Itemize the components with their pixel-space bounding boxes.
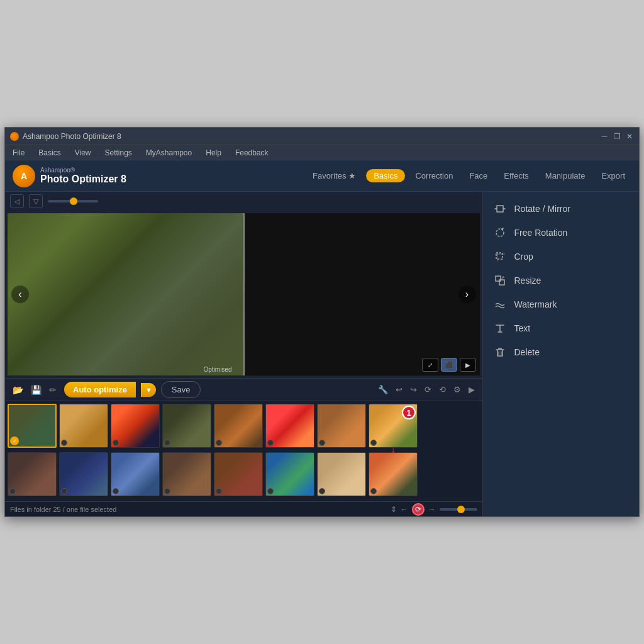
undo-icon[interactable]: ↩ [393, 384, 405, 396]
status-back-icon[interactable]: ← [401, 505, 408, 514]
thumbnail-7[interactable] [317, 404, 366, 448]
auto-optimize-button[interactable]: Auto optimize [64, 382, 136, 397]
rotate-icon[interactable]: ⟳ [422, 384, 434, 396]
panel-label-rotate-mirror: Rotate / Mirror [514, 204, 570, 214]
status-expand-icon[interactable]: ⇕ [391, 505, 397, 514]
thumbnail-8-wrapper: 1 ↓ [369, 404, 418, 451]
menu-settings[interactable]: Settings [102, 147, 134, 158]
status-refresh-icon[interactable]: ⟳ [412, 503, 425, 516]
badge-1: 1 [402, 406, 416, 419]
menu-view[interactable]: View [72, 147, 94, 158]
minimize-button[interactable]: ─ [600, 132, 609, 141]
menu-bar: File Basics View Settings MyAshampoo Hel… [5, 145, 639, 160]
photo-divider [243, 213, 245, 375]
toolbar-right: 🔧 ↩ ↪ ⟳ ⟲ ⚙ ▶ [375, 384, 477, 396]
thumbnail-2[interactable] [59, 404, 108, 448]
menu-feedback[interactable]: Feedback [233, 147, 271, 158]
action-toolbar: 📂 💾 ✏ Auto optimize ▼ Save 🔧 ↩ ↪ ⟳ ⟲ ⚙ ▶ [5, 378, 482, 401]
photo-controls-overlay: ⤢ ⬛ ▶ [422, 358, 476, 372]
menu-file[interactable]: File [10, 147, 27, 158]
thumbnail-strip: ✓ [5, 401, 482, 501]
thumb-dot-15 [319, 488, 325, 494]
panel-item-text[interactable]: Text [483, 316, 640, 340]
brand-logo: A [13, 165, 35, 187]
nav-tabs: Favorites ★ Basics Correction Face Effec… [306, 169, 631, 183]
tab-face[interactable]: Face [463, 169, 494, 183]
thumbnail-9[interactable] [8, 452, 57, 496]
tab-export[interactable]: Export [595, 169, 631, 183]
panel-item-watermark[interactable]: Watermark [483, 292, 640, 316]
thumbnail-4[interactable] [162, 404, 211, 448]
thumb-check-1: ✓ [10, 436, 19, 445]
photo-container: Original Optimised [8, 213, 480, 375]
menu-myashampoo[interactable]: MyAshampoo [143, 147, 194, 158]
prev-photo-button[interactable]: ‹ [11, 286, 29, 303]
brand-area: A Ashampoo® Photo Optimizer 8 [13, 165, 306, 187]
thumbnail-6[interactable] [265, 404, 314, 448]
tab-manipulate[interactable]: Manipulate [539, 169, 592, 183]
view-controls: ◁ ▽ [5, 192, 482, 211]
nav-down-icon[interactable]: ▽ [29, 194, 43, 208]
panel-item-resize[interactable]: Resize [483, 269, 640, 292]
red-arrow-indicator: ↓ [390, 441, 396, 456]
right-panel: Rotate / Mirror Free Rotation [482, 192, 640, 516]
save-button[interactable]: Save [161, 381, 201, 398]
tab-favorites[interactable]: Favorites ★ [306, 169, 362, 183]
top-nav: A Ashampoo® Photo Optimizer 8 Favorites … [5, 160, 639, 192]
panel-item-crop[interactable]: Crop [483, 245, 640, 269]
thumb-dot-11 [113, 488, 119, 494]
thumbnail-16[interactable] [369, 452, 418, 496]
thumbnail-13[interactable] [214, 452, 263, 496]
brush-icon[interactable]: ✏ [47, 384, 59, 396]
nav-left-icon[interactable]: ◁ [10, 194, 24, 208]
menu-basics[interactable]: Basics [36, 147, 63, 158]
thumbnail-10[interactable] [59, 452, 108, 496]
next-photo-button[interactable]: › [458, 286, 476, 303]
view-options-button[interactable]: ▶ [460, 358, 476, 372]
zoom-slider[interactable] [48, 200, 98, 203]
panel-item-delete[interactable]: Delete [483, 340, 640, 364]
settings-icon[interactable]: ⚙ [451, 384, 464, 396]
magic-icon[interactable]: 🔧 [375, 384, 391, 396]
brand-name: Photo Optimizer 8 [40, 174, 126, 185]
panel-item-rotate-mirror[interactable]: Rotate / Mirror [483, 197, 640, 221]
status-zoom-slider[interactable] [440, 508, 477, 511]
thumbnail-11[interactable] [111, 452, 160, 496]
close-button[interactable]: ✕ [625, 132, 634, 141]
thumbnail-5[interactable] [214, 404, 263, 448]
status-forward-icon[interactable]: → [428, 505, 436, 514]
thumb-dot-14 [267, 488, 274, 494]
watermark-icon [493, 297, 507, 311]
rotate-mirror-icon [493, 202, 507, 216]
thumb-dot-2 [61, 440, 67, 446]
thumb-dot-5 [216, 440, 222, 446]
thumbnail-15[interactable] [317, 452, 366, 496]
thumbnail-3[interactable] [111, 404, 160, 448]
tab-correction[interactable]: Correction [409, 169, 459, 183]
thumbnail-12[interactable] [162, 452, 211, 496]
panel-label-crop: Crop [514, 252, 533, 262]
redo-icon[interactable]: ↪ [408, 384, 419, 396]
split-view-button[interactable]: ⬛ [441, 358, 457, 372]
rotate-ccw-icon[interactable]: ⟲ [436, 384, 448, 396]
thumbnail-1[interactable]: ✓ [8, 404, 57, 448]
tab-effects[interactable]: Effects [497, 169, 535, 183]
more-icon[interactable]: ▶ [466, 384, 477, 396]
open-icon[interactable]: 📂 [10, 384, 26, 396]
main-content: ◁ ▽ Original Optimised ‹ › [5, 192, 639, 516]
free-rotation-icon [493, 226, 507, 240]
svg-rect-2 [496, 276, 501, 281]
tab-basics[interactable]: Basics [366, 169, 405, 182]
brand-ashampoo: Ashampoo® [40, 167, 126, 174]
zoom-thumb [70, 197, 77, 205]
panel-label-resize: Resize [514, 275, 541, 286]
thumb-dot-6 [267, 440, 274, 446]
left-panel: ◁ ▽ Original Optimised ‹ › [5, 192, 482, 516]
save-file-icon[interactable]: 💾 [28, 384, 44, 396]
menu-help[interactable]: Help [203, 147, 224, 158]
panel-item-free-rotation[interactable]: Free Rotation [483, 221, 640, 245]
restore-button[interactable]: ❐ [613, 132, 621, 141]
fullscreen-button[interactable]: ⤢ [422, 358, 438, 372]
auto-optimize-expand[interactable]: ▼ [141, 383, 156, 397]
thumbnail-14[interactable] [265, 452, 314, 496]
